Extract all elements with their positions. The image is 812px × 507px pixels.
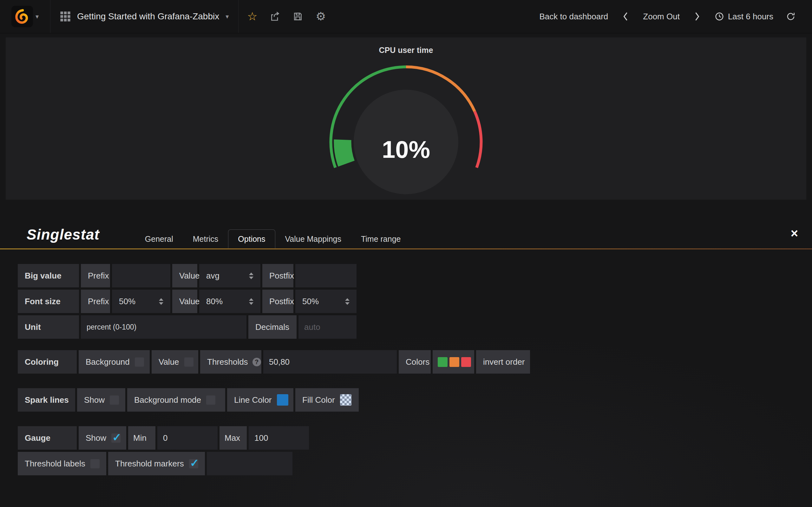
tab-underline [0, 248, 812, 249]
close-icon[interactable]: × [791, 227, 798, 239]
grafana-menu-button[interactable]: ▾ [0, 0, 50, 33]
editor-header: Singlestat General Metrics Options Value… [0, 218, 812, 248]
coloring-row-label: Coloring [18, 350, 77, 374]
unit-select[interactable]: percent (0-100) [81, 315, 247, 339]
big-value-prefix-input[interactable] [118, 271, 165, 281]
back-to-dashboard-link[interactable]: Back to dashboard [540, 12, 608, 21]
tab-general[interactable]: General [135, 229, 183, 248]
big-value-prefix-cell [112, 264, 170, 287]
panel-type-title: Singlestat [27, 226, 100, 243]
help-circle-icon[interactable]: ? [252, 358, 261, 366]
value-coloring-checkbox[interactable] [184, 357, 194, 367]
unit-row-label: Unit [18, 315, 79, 339]
spark-lines-row-label: Spark lines [18, 388, 75, 412]
tab-time-range[interactable]: Time range [351, 229, 411, 248]
prefix-label: Prefix [81, 290, 110, 313]
tab-metrics[interactable]: Metrics [183, 229, 229, 248]
thresholds-label-cell: Thresholds ? [200, 350, 261, 374]
prefix-label: Prefix [81, 264, 110, 287]
decimals-input[interactable] [304, 322, 351, 332]
star-button[interactable]: ☆ [243, 7, 261, 26]
time-shift-back-button[interactable] [616, 7, 635, 26]
stepper-icon [249, 273, 253, 279]
spark-show-checkbox[interactable] [110, 395, 119, 405]
line-color-label: Line Color [234, 395, 272, 405]
panel-editor: Singlestat General Metrics Options Value… [0, 218, 812, 507]
font-size-row: Font size Prefix 50% Value 80% Postfix 5… [18, 290, 812, 313]
top-navbar: ▾ Getting Started with Grafana-Zabbix ▾ … [0, 0, 812, 33]
postfix-font-size-value: 50% [302, 297, 319, 306]
gauge-show-cell: Show [79, 426, 126, 450]
threshold-labels-cell: Threshold labels [18, 452, 106, 475]
threshold-markers-checkbox[interactable] [189, 459, 198, 468]
big-value-postfix-cell [295, 264, 357, 287]
threshold-markers-cell: Threshold markers [108, 452, 205, 475]
cpu-user-time-panel: CPU user time 10% [6, 38, 806, 200]
share-button[interactable] [266, 7, 284, 26]
zoom-out-link[interactable]: Zoom Out [643, 12, 680, 21]
big-value-stat-value: avg [206, 271, 219, 281]
invert-order-link[interactable]: invert order [476, 350, 530, 374]
big-value-stat-select[interactable]: avg [199, 264, 260, 287]
gauge-show-checkbox[interactable] [111, 434, 120, 443]
fill-color-label: Fill Color [302, 395, 335, 405]
postfix-font-size-select[interactable]: 50% [295, 290, 357, 313]
time-range-label: Last 6 hours [728, 12, 773, 21]
postfix-label: Postfix [262, 290, 293, 313]
threshold-color-1-swatch[interactable] [438, 357, 448, 367]
decimals-cell [299, 315, 357, 339]
background-mode-cell: Background mode [127, 388, 225, 412]
divider [238, 0, 239, 33]
gauge-min-cell [157, 426, 217, 450]
panel-title[interactable]: CPU user time [6, 38, 806, 55]
spark-lines-row: Spark lines Show Background mode Line Co… [18, 388, 812, 412]
stepper-icon [159, 298, 163, 305]
fill-color-swatch[interactable] [340, 394, 351, 406]
threshold-row-empty-cell [207, 452, 293, 475]
unit-row: Unit percent (0-100) Decimals [18, 315, 812, 339]
save-button[interactable] [289, 7, 307, 26]
threshold-colors-cell [433, 350, 474, 374]
refresh-button[interactable] [781, 7, 800, 26]
value-label: Value [172, 264, 197, 287]
threshold-color-3-swatch[interactable] [461, 357, 471, 367]
line-color-swatch[interactable] [277, 394, 288, 406]
threshold-color-2-swatch[interactable] [450, 357, 459, 367]
gauge-show-label: Show [86, 433, 106, 443]
value-coloring-label: Value [159, 357, 179, 367]
gauge-max-cell [249, 426, 309, 450]
tab-value-mappings[interactable]: Value Mappings [275, 229, 351, 248]
thresholds-input[interactable] [269, 357, 391, 367]
value-font-size-select[interactable]: 80% [199, 290, 260, 313]
threshold-markers-label: Threshold markers [115, 459, 184, 469]
grafana-logo-icon [11, 6, 33, 27]
font-size-row-label: Font size [18, 290, 79, 313]
editor-tabs: General Metrics Options Value Mappings T… [135, 229, 411, 248]
cpu-gauge-chart: 10% [323, 63, 489, 202]
save-icon [293, 12, 303, 21]
big-value-row: Big value Prefix Value avg Postfix [18, 264, 812, 287]
prefix-font-size-select[interactable]: 50% [112, 290, 170, 313]
background-coloring-checkbox[interactable] [135, 357, 144, 367]
tab-options[interactable]: Options [228, 229, 275, 248]
big-value-postfix-input[interactable] [301, 271, 351, 281]
value-coloring-cell: Value [152, 350, 198, 374]
decimals-label: Decimals [248, 315, 297, 339]
svg-text:10%: 10% [382, 136, 430, 163]
big-value-row-label: Big value [18, 264, 79, 287]
gauge-max-input[interactable] [254, 433, 303, 443]
settings-button[interactable]: ⚙ [311, 7, 330, 26]
stepper-icon [345, 298, 350, 305]
background-coloring-label: Background [86, 357, 130, 367]
dashboard-picker[interactable]: Getting Started with Grafana-Zabbix ▾ [50, 0, 238, 33]
time-shift-forward-button[interactable] [688, 7, 706, 26]
spark-show-label: Show [84, 395, 105, 405]
background-mode-checkbox[interactable] [206, 395, 215, 405]
time-range-picker[interactable]: Last 6 hours [715, 12, 773, 21]
unit-value: percent (0-100) [87, 323, 136, 331]
fill-color-cell: Fill Color [295, 388, 359, 412]
gauge-min-input[interactable] [163, 433, 212, 443]
dashboard-grid-icon [60, 11, 71, 22]
threshold-labels-checkbox[interactable] [90, 459, 100, 468]
gear-icon: ⚙ [316, 11, 326, 22]
